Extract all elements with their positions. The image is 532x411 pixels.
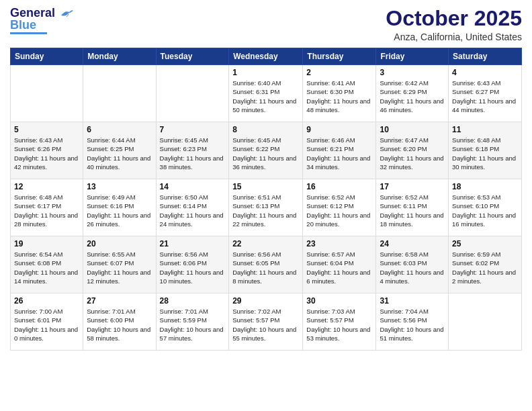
day-number: 21	[160, 239, 226, 248]
day-info: Sunrise: 6:45 AMSunset: 6:23 PMDaylight:…	[160, 136, 226, 171]
calendar-header-row: Sunday Monday Tuesday Wednesday Thursday…	[11, 48, 522, 65]
logo-underline	[10, 32, 47, 34]
header: General Blue October 2025 Anza, Californ…	[10, 7, 522, 42]
calendar-cell: 2Sunrise: 6:41 AMSunset: 6:30 PMDaylight…	[303, 65, 376, 122]
day-info: Sunrise: 6:54 AMSunset: 6:08 PMDaylight:…	[14, 250, 79, 285]
calendar-cell	[156, 65, 229, 122]
bird-icon	[60, 9, 73, 18]
col-sunday: Sunday	[11, 48, 83, 65]
calendar-cell: 17Sunrise: 6:52 AMSunset: 6:11 PMDayligh…	[376, 179, 449, 236]
calendar-cell: 29Sunrise: 7:02 AMSunset: 5:57 PMDayligh…	[229, 293, 303, 351]
calendar-cell: 24Sunrise: 6:58 AMSunset: 6:03 PMDayligh…	[376, 236, 449, 293]
calendar-cell: 10Sunrise: 6:47 AMSunset: 6:20 PMDayligh…	[376, 122, 449, 179]
calendar-cell: 19Sunrise: 6:54 AMSunset: 6:08 PMDayligh…	[11, 236, 83, 293]
day-number: 20	[87, 239, 152, 248]
calendar-week-4: 19Sunrise: 6:54 AMSunset: 6:08 PMDayligh…	[11, 236, 522, 293]
calendar-cell: 12Sunrise: 6:48 AMSunset: 6:17 PMDayligh…	[11, 179, 83, 236]
calendar-cell: 7Sunrise: 6:45 AMSunset: 6:23 PMDaylight…	[156, 122, 229, 179]
day-number: 6	[87, 125, 152, 134]
col-thursday: Thursday	[303, 48, 376, 65]
calendar-cell: 23Sunrise: 6:57 AMSunset: 6:04 PMDayligh…	[303, 236, 376, 293]
day-info: Sunrise: 6:48 AMSunset: 6:17 PMDaylight:…	[14, 193, 79, 228]
calendar-week-1: 1Sunrise: 6:40 AMSunset: 6:31 PMDaylight…	[11, 65, 522, 122]
day-info: Sunrise: 6:55 AMSunset: 6:07 PMDaylight:…	[87, 250, 152, 285]
day-info: Sunrise: 7:01 AMSunset: 6:00 PMDaylight:…	[87, 307, 152, 342]
day-number: 18	[452, 182, 518, 191]
calendar-cell: 31Sunrise: 7:04 AMSunset: 5:56 PMDayligh…	[376, 293, 449, 351]
day-number: 9	[306, 125, 372, 134]
day-info: Sunrise: 6:46 AMSunset: 6:21 PMDaylight:…	[306, 136, 372, 171]
day-number: 28	[160, 296, 226, 306]
col-saturday: Saturday	[449, 48, 522, 65]
day-number: 10	[380, 125, 445, 134]
calendar-week-2: 5Sunrise: 6:43 AMSunset: 6:26 PMDaylight…	[11, 122, 522, 179]
day-number: 8	[232, 125, 299, 134]
calendar-cell: 18Sunrise: 6:53 AMSunset: 6:10 PMDayligh…	[449, 179, 522, 236]
day-info: Sunrise: 6:58 AMSunset: 6:03 PMDaylight:…	[380, 250, 445, 285]
day-number: 24	[380, 239, 445, 248]
calendar-cell: 28Sunrise: 7:01 AMSunset: 5:59 PMDayligh…	[156, 293, 229, 351]
calendar-cell: 5Sunrise: 6:43 AMSunset: 6:26 PMDaylight…	[11, 122, 83, 179]
day-info: Sunrise: 6:40 AMSunset: 6:31 PMDaylight:…	[232, 79, 299, 114]
day-info: Sunrise: 6:56 AMSunset: 6:05 PMDaylight:…	[232, 250, 299, 285]
day-number: 29	[232, 296, 299, 306]
day-info: Sunrise: 6:52 AMSunset: 6:12 PMDaylight:…	[306, 193, 372, 228]
calendar-cell	[83, 65, 156, 122]
day-info: Sunrise: 6:45 AMSunset: 6:22 PMDaylight:…	[232, 136, 299, 171]
day-info: Sunrise: 6:56 AMSunset: 6:06 PMDaylight:…	[160, 250, 226, 285]
day-info: Sunrise: 6:53 AMSunset: 6:10 PMDaylight:…	[452, 193, 518, 228]
day-info: Sunrise: 6:41 AMSunset: 6:30 PMDaylight:…	[306, 79, 372, 114]
day-info: Sunrise: 6:48 AMSunset: 6:18 PMDaylight:…	[452, 136, 518, 171]
calendar-cell: 4Sunrise: 6:43 AMSunset: 6:27 PMDaylight…	[449, 65, 522, 122]
calendar-cell: 6Sunrise: 6:44 AMSunset: 6:25 PMDaylight…	[83, 122, 156, 179]
calendar-cell: 3Sunrise: 6:42 AMSunset: 6:29 PMDaylight…	[376, 65, 449, 122]
day-number: 7	[160, 125, 226, 134]
day-info: Sunrise: 7:00 AMSunset: 6:01 PMDaylight:…	[14, 307, 79, 342]
logo-text-general: General	[10, 7, 73, 19]
day-info: Sunrise: 7:01 AMSunset: 5:59 PMDaylight:…	[160, 307, 226, 342]
calendar-cell: 15Sunrise: 6:51 AMSunset: 6:13 PMDayligh…	[229, 179, 303, 236]
day-number: 13	[87, 182, 152, 191]
calendar-cell: 13Sunrise: 6:49 AMSunset: 6:16 PMDayligh…	[83, 179, 156, 236]
day-info: Sunrise: 6:52 AMSunset: 6:11 PMDaylight:…	[380, 193, 445, 228]
location-title: Anza, California, United States	[386, 32, 522, 42]
calendar-cell: 14Sunrise: 6:50 AMSunset: 6:14 PMDayligh…	[156, 179, 229, 236]
day-info: Sunrise: 7:03 AMSunset: 5:57 PMDaylight:…	[306, 307, 372, 342]
day-number: 19	[14, 239, 79, 248]
day-number: 11	[452, 125, 518, 134]
day-info: Sunrise: 7:02 AMSunset: 5:57 PMDaylight:…	[232, 307, 299, 342]
day-number: 22	[232, 239, 299, 248]
calendar-cell: 30Sunrise: 7:03 AMSunset: 5:57 PMDayligh…	[303, 293, 376, 351]
calendar-cell: 20Sunrise: 6:55 AMSunset: 6:07 PMDayligh…	[83, 236, 156, 293]
calendar-cell: 9Sunrise: 6:46 AMSunset: 6:21 PMDaylight…	[303, 122, 376, 179]
col-wednesday: Wednesday	[229, 48, 303, 65]
calendar-cell: 16Sunrise: 6:52 AMSunset: 6:12 PMDayligh…	[303, 179, 376, 236]
calendar-table: Sunday Monday Tuesday Wednesday Thursday…	[10, 48, 522, 351]
calendar-cell: 11Sunrise: 6:48 AMSunset: 6:18 PMDayligh…	[449, 122, 522, 179]
day-number: 3	[380, 68, 445, 77]
day-number: 12	[14, 182, 79, 191]
day-info: Sunrise: 6:44 AMSunset: 6:25 PMDaylight:…	[87, 136, 152, 171]
day-info: Sunrise: 6:57 AMSunset: 6:04 PMDaylight:…	[306, 250, 372, 285]
day-number: 4	[452, 68, 518, 77]
day-number: 27	[87, 296, 152, 306]
day-info: Sunrise: 6:51 AMSunset: 6:13 PMDaylight:…	[232, 193, 299, 228]
day-number: 17	[380, 182, 445, 191]
calendar-cell: 8Sunrise: 6:45 AMSunset: 6:22 PMDaylight…	[229, 122, 303, 179]
calendar-cell: 22Sunrise: 6:56 AMSunset: 6:05 PMDayligh…	[229, 236, 303, 293]
col-friday: Friday	[376, 48, 449, 65]
calendar-cell	[11, 65, 83, 122]
day-info: Sunrise: 6:43 AMSunset: 6:26 PMDaylight:…	[14, 136, 79, 171]
day-number: 25	[452, 239, 518, 248]
day-number: 16	[306, 182, 372, 191]
day-number: 23	[306, 239, 372, 248]
day-number: 1	[232, 68, 299, 77]
title-block: October 2025 Anza, California, United St…	[386, 7, 522, 42]
day-number: 26	[14, 296, 79, 306]
day-info: Sunrise: 6:49 AMSunset: 6:16 PMDaylight:…	[87, 193, 152, 228]
page: General Blue October 2025 Anza, Californ…	[0, 0, 532, 411]
month-title: October 2025	[386, 7, 522, 30]
day-info: Sunrise: 6:47 AMSunset: 6:20 PMDaylight:…	[380, 136, 445, 171]
day-info: Sunrise: 6:42 AMSunset: 6:29 PMDaylight:…	[380, 79, 445, 114]
logo: General Blue	[10, 7, 73, 34]
